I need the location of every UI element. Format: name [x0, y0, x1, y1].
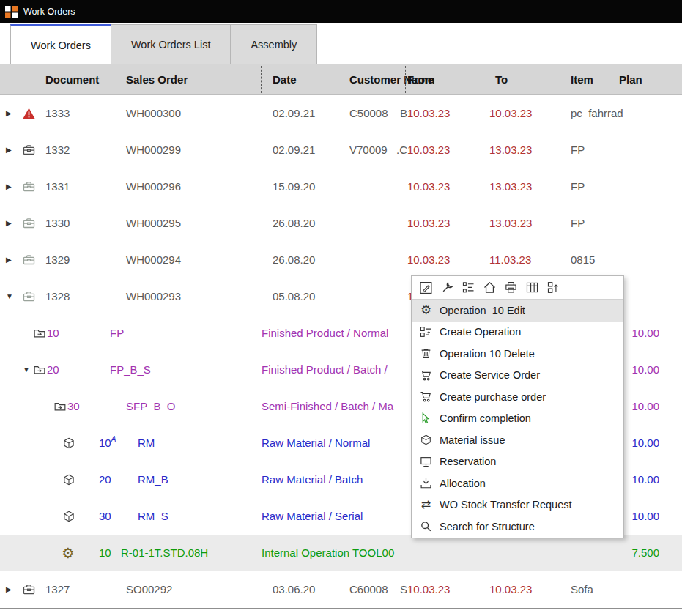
- component-code: RM_S: [138, 498, 168, 535]
- component-description: Finished Product / Batch /: [262, 352, 390, 388]
- expand-arrow-icon[interactable]: ▶: [6, 168, 12, 205]
- posting-date: 02.09.21: [273, 132, 315, 168]
- sales-order-number: WH000296: [126, 168, 181, 205]
- component-code: RM_B: [138, 461, 168, 498]
- header-document: Document: [45, 64, 99, 95]
- expand-arrow-icon[interactable]: ▶: [6, 132, 12, 168]
- header-to: To: [495, 64, 508, 95]
- table-toolbar-button[interactable]: [524, 280, 540, 296]
- edit-toolbar-button[interactable]: [418, 280, 434, 296]
- from-date: 10.03.23: [407, 132, 450, 168]
- structure-list-icon: [462, 281, 475, 294]
- collapse-arrow-icon[interactable]: ▼: [6, 278, 13, 315]
- package-icon: [419, 433, 433, 447]
- component-description: Raw Material / Serial: [262, 498, 363, 535]
- to-date: 10.03.23: [489, 95, 532, 132]
- menu-item-operation-10-edit[interactable]: ⚙Operation 10 Edit: [412, 300, 623, 322]
- menu-item-operation-10-delete[interactable]: Operation 10 Delete: [412, 343, 623, 365]
- component-code: SFP_B_O: [126, 388, 176, 425]
- expand-arrow-icon[interactable]: ▶: [6, 242, 12, 278]
- component-description: Semi-Finished / Batch / Ma: [262, 388, 393, 425]
- menu-item-reservation[interactable]: Reservation: [412, 451, 623, 473]
- box-icon: [62, 510, 75, 523]
- menu-item-material-issue[interactable]: Material issue: [412, 429, 623, 451]
- posting-date: 26.08.20: [273, 242, 315, 278]
- sales-order-number: WH000300: [126, 95, 181, 132]
- search-icon: [419, 519, 433, 533]
- work-order-row[interactable]: ▶1332WH00029902.09.21V70009.C10.03.2313.…: [0, 132, 682, 168]
- tab-assembly[interactable]: Assembly: [230, 24, 317, 64]
- trash-icon: [419, 346, 433, 360]
- item-code: FP: [571, 205, 585, 242]
- sales-order-number: WH000294: [126, 242, 181, 278]
- component-description: Finished Product / Normal: [262, 315, 388, 352]
- menu-item-search-for-structure[interactable]: Search for Structure: [412, 516, 623, 538]
- wrench-toolbar-button[interactable]: [439, 280, 455, 296]
- window-titlebar: Work Orders: [0, 0, 682, 23]
- tab-work-orders[interactable]: Work Orders: [10, 24, 111, 64]
- folder-icon: [33, 363, 46, 376]
- menu-item-confirm-completion[interactable]: Confirm completion: [412, 408, 623, 430]
- header-sales-order: Sales Order: [126, 64, 188, 95]
- cart-icon: [419, 390, 433, 404]
- line-badge: A: [111, 435, 116, 443]
- collapse-arrow-icon[interactable]: ▼: [23, 352, 30, 388]
- menu-item-create-service-order[interactable]: Create Service Order: [412, 365, 623, 387]
- planned-quantity: 10.00: [631, 352, 659, 388]
- gear-icon: ⚙: [62, 546, 75, 560]
- menu-item-label: Material issue: [440, 434, 505, 446]
- sales-order-number: SO00292: [126, 571, 172, 608]
- planned-quantity: 10.00: [631, 388, 659, 425]
- home-toolbar-button[interactable]: [481, 280, 497, 296]
- from-date: 10.03.23: [407, 571, 450, 608]
- header-item: Item: [571, 64, 593, 95]
- customer-name-partial: .C: [374, 132, 407, 168]
- tab-work-orders-list[interactable]: Work Orders List: [111, 24, 231, 64]
- structure-list-toolbar-button[interactable]: [460, 280, 476, 296]
- item-code: Sofa: [571, 571, 593, 608]
- from-date: 10.03.23: [407, 95, 450, 132]
- customer-name-partial: B: [374, 95, 407, 132]
- menu-item-allocation[interactable]: Allocation: [412, 472, 623, 494]
- menu-item-label: Operation 10 Edit: [440, 305, 525, 316]
- menu-item-wo-stock-transfer-request[interactable]: ⇄WO Stock Transfer Request: [412, 494, 623, 516]
- column-separator: [261, 66, 262, 93]
- monitor-icon: [419, 455, 433, 469]
- menu-item-create-operation[interactable]: Create Operation: [412, 322, 623, 344]
- document-number: 1328: [45, 278, 70, 315]
- work-order-row[interactable]: ▶1327SO0029203.06.20C60008S10.03.2310.03…: [0, 571, 682, 608]
- wo-child-row[interactable]: ⚙10R-01-1T.STD.08HInternal Operation TOO…: [0, 535, 682, 571]
- work-order-row[interactable]: ▶1331WH00029615.09.2010.03.2313.03.23FP: [0, 168, 682, 205]
- header-plan: Plan: [619, 64, 642, 95]
- bottom-up-toolbar-button[interactable]: [545, 280, 561, 296]
- item-code: 0815: [571, 242, 595, 278]
- print-toolbar-button[interactable]: [503, 280, 519, 296]
- expand-arrow-icon[interactable]: ▶: [6, 205, 12, 242]
- to-date: 13.03.23: [489, 132, 532, 168]
- work-order-row[interactable]: ▶1333WH00030002.09.21C50008B10.03.2310.0…: [0, 95, 682, 132]
- document-number: 1330: [45, 205, 70, 242]
- wrench-icon: [440, 281, 454, 294]
- tab-bar: Work Orders Work Orders List Assembly: [0, 23, 682, 64]
- expand-arrow-icon[interactable]: ▶: [6, 571, 12, 608]
- posting-date: 03.06.20: [273, 571, 315, 608]
- to-date: 13.03.23: [489, 205, 532, 242]
- window-title: Work Orders: [23, 7, 75, 17]
- menu-item-label: Allocation: [440, 478, 486, 489]
- line-number: 10: [47, 315, 59, 352]
- posting-date: 15.09.20: [273, 168, 315, 205]
- table-icon: [525, 281, 539, 294]
- menu-item-create-purchase-order[interactable]: Create purchase order: [412, 386, 623, 408]
- work-order-row[interactable]: ▶1330WH00029526.08.2010.03.2313.03.23FP: [0, 205, 682, 242]
- to-date: 13.03.23: [489, 168, 532, 205]
- expand-arrow-icon[interactable]: ▶: [6, 95, 12, 132]
- work-order-row[interactable]: ▶1329WH00029426.08.2010.03.2311.03.23081…: [0, 242, 682, 278]
- menu-item-label: Search for Structure: [440, 521, 535, 532]
- sales-order-number: WH000299: [126, 132, 181, 168]
- header-from: From: [407, 64, 435, 95]
- menu-item-label: WO Stock Transfer Request: [440, 499, 572, 511]
- line-number: 20: [99, 461, 111, 498]
- context-menu: ⚙Operation 10 EditCreate OperationOperat…: [411, 275, 624, 538]
- cart-icon: [419, 368, 433, 382]
- to-date: 11.03.23: [489, 242, 531, 278]
